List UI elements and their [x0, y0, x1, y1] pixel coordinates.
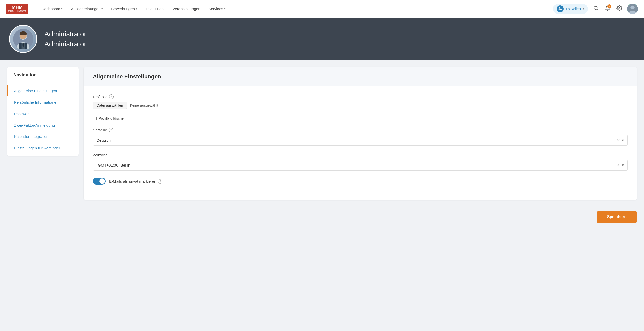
notification-badge: 1 [607, 4, 611, 8]
sidebar-items: Allgemeine Einstellungen Persönliche Inf… [7, 83, 79, 156]
sidebar-heading: Navigation [7, 67, 79, 83]
sprache-help-icon[interactable]: ? [109, 128, 113, 132]
toggle-slider [93, 178, 106, 185]
roles-label: 18 Rollen [566, 7, 581, 11]
sprache-select[interactable]: Deutsch × ▾ [93, 135, 628, 146]
nav-services[interactable]: Services ▾ [205, 5, 229, 13]
sprache-label: Sprache ? [93, 128, 628, 132]
email-private-help-icon[interactable]: ? [158, 179, 162, 184]
nav-ausschreibungen[interactable]: Ausschreibungen ▾ [68, 5, 106, 13]
sidebar-item-zwei-faktor[interactable]: Zwei-Faktor-Anmeldung [7, 119, 79, 131]
nav-right: 18 Rollen ▾ 1 [553, 4, 638, 14]
sidebar-item-passwort[interactable]: Passwort [7, 108, 79, 119]
profilbild-help-icon[interactable]: ? [109, 94, 114, 99]
sprache-select-icons: × ▾ [617, 137, 624, 143]
svg-point-1 [594, 6, 597, 10]
sprache-group: Sprache ? Deutsch × ▾ [93, 128, 628, 146]
svg-point-0 [559, 7, 560, 9]
profile-name-line2: Administrator [44, 39, 86, 49]
settings-title: Allgemeine Einstellungen [84, 67, 637, 86]
delete-profilbild-label[interactable]: Profilbild löschen [93, 116, 628, 120]
sidebar: Navigation Allgemeine Einstellungen Pers… [7, 67, 79, 156]
clear-icon[interactable]: × [617, 162, 620, 168]
delete-profilbild-group: Profilbild löschen [93, 116, 628, 120]
nav-dashboard[interactable]: Dashboard ▾ [38, 5, 66, 13]
zeitzone-select[interactable]: (GMT+01:00) Berlin × ▾ [93, 160, 628, 171]
settings-body: Profilbild ? Datei auswählen Keine ausge… [84, 86, 637, 200]
sprache-value: Deutsch [97, 138, 111, 142]
email-private-label: E-Mails als privat markieren ? [109, 179, 162, 184]
toggle-row: E-Mails als privat markieren ? [93, 178, 628, 185]
svg-point-3 [619, 7, 620, 9]
sidebar-item-persoenliche[interactable]: Persönliche Informationen [7, 96, 79, 108]
delete-profilbild-checkbox[interactable] [93, 117, 97, 120]
profile-name-line1: Administrator [44, 29, 86, 39]
chevron-down-icon: ▾ [622, 163, 624, 168]
file-input-row: Datei auswählen Keine ausgewählt [93, 102, 628, 109]
nav-bewerbungen[interactable]: Bewerbungen ▾ [108, 5, 140, 13]
profile-name-block: Administrator Administrator [44, 29, 86, 49]
email-private-toggle[interactable] [93, 178, 106, 185]
chevron-down-icon: ▾ [101, 7, 103, 10]
save-button[interactable]: Speichern [597, 211, 637, 223]
settings-button[interactable] [615, 4, 623, 13]
logo-main: MHM [8, 5, 26, 10]
chevron-down-icon: ▾ [61, 7, 63, 10]
clear-icon[interactable]: × [617, 137, 620, 143]
zeitzone-value: (GMT+01:00) Berlin [97, 163, 130, 167]
profile-avatar [9, 25, 37, 53]
chevron-down-icon: ▾ [136, 7, 137, 10]
roles-button[interactable]: 18 Rollen ▾ [553, 4, 588, 14]
navbar: MHM MHM-HR.COM Dashboard ▾ Ausschreibung… [0, 0, 644, 18]
avatar[interactable] [627, 4, 638, 14]
search-button[interactable] [592, 4, 600, 13]
sidebar-item-kalender[interactable]: Kalender Integration [7, 131, 79, 142]
svg-line-2 [597, 9, 598, 10]
footer-bar: Speichern [0, 207, 644, 227]
chevron-down-icon: ▾ [224, 7, 226, 10]
zeitzone-group: Zeitzone (GMT+01:00) Berlin × ▾ [93, 153, 628, 171]
svg-rect-13 [23, 43, 23, 47]
email-private-group: E-Mails als privat markieren ? [93, 178, 628, 185]
svg-point-5 [630, 5, 634, 9]
nav-items: Dashboard ▾ Ausschreibungen ▾ Bewerbunge… [38, 5, 553, 13]
logo-sub: MHM-HR.COM [8, 10, 26, 12]
zeitzone-select-icons: × ▾ [617, 162, 624, 168]
svg-rect-16 [20, 33, 27, 35]
notifications-button[interactable]: 1 [604, 4, 611, 13]
main-content: Navigation Allgemeine Einstellungen Pers… [0, 60, 644, 207]
profile-banner: Administrator Administrator [0, 18, 644, 60]
logo[interactable]: MHM MHM-HR.COM [6, 4, 28, 14]
sidebar-item-reminder[interactable]: Einstellungen für Reminder [7, 142, 79, 154]
chevron-down-icon: ▾ [622, 138, 624, 143]
file-no-file-label: Keine ausgewählt [130, 103, 158, 107]
file-select-button[interactable]: Datei auswählen [93, 102, 127, 109]
settings-panel: Allgemeine Einstellungen Profilbild ? Da… [84, 67, 637, 200]
nav-veranstaltungen[interactable]: Veranstaltungen [170, 5, 203, 13]
nav-talent-pool[interactable]: Talent Pool [143, 5, 168, 13]
zeitzone-label: Zeitzone [93, 153, 628, 157]
profilbild-group: Profilbild ? Datei auswählen Keine ausge… [93, 94, 628, 109]
sidebar-item-allgemeine[interactable]: Allgemeine Einstellungen [7, 85, 79, 96]
roles-icon [557, 5, 564, 12]
profilbild-label: Profilbild ? [93, 94, 628, 99]
chevron-down-icon: ▾ [583, 7, 584, 10]
